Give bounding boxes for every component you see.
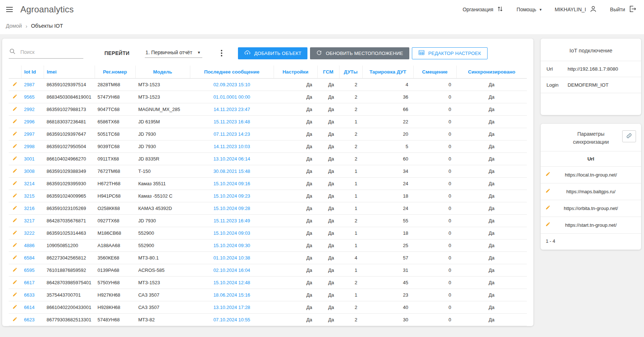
column-header[interactable]: Рег.номер: [95, 66, 135, 79]
update-location-button[interactable]: ОБНОВИТЬ МЕСТОПОЛОЖЕНИЕ: [310, 47, 409, 59]
column-header[interactable]: ГСМ: [317, 66, 339, 79]
edit-row-button[interactable]: [9, 277, 21, 289]
cell-iot-id[interactable]: 3217: [21, 215, 44, 227]
logout-button[interactable]: Выйти: [610, 5, 637, 14]
cell-gsm: Да: [317, 190, 339, 202]
cell-iot-id[interactable]: 2997: [21, 128, 44, 140]
edit-row-button[interactable]: [9, 103, 21, 116]
cell-iot-id[interactable]: 6595: [21, 264, 44, 277]
cloud-upload-icon: [244, 49, 251, 57]
cell-iot-id[interactable]: 6623: [21, 314, 44, 326]
cell-last-message[interactable]: 15.11.2023 16:48: [190, 116, 274, 128]
cell-settings: Да: [274, 190, 317, 202]
edit-row-button[interactable]: [9, 215, 21, 227]
column-header[interactable]: Настройки: [274, 66, 317, 79]
cell-iot-id[interactable]: 3008: [21, 165, 44, 178]
column-header[interactable]: Тарировка ДУТ: [362, 66, 413, 79]
menu-icon[interactable]: [5, 5, 14, 14]
edit-url-button[interactable]: [545, 188, 550, 194]
cell-last-message[interactable]: 15.10.2024 09:16: [190, 178, 274, 190]
column-header[interactable]: Последнее сообщение: [190, 66, 274, 79]
cell-iot-id[interactable]: 3001: [21, 153, 44, 165]
cell-iot-id[interactable]: 3222: [21, 227, 44, 239]
cell-iot-id[interactable]: 6614: [21, 301, 44, 314]
edit-url-button[interactable]: [545, 205, 550, 211]
cell-model: Камаз 35511: [135, 178, 190, 190]
search-input[interactable]: [20, 49, 83, 55]
edit-row-button[interactable]: [9, 301, 21, 314]
cell-iot-id[interactable]: 3216: [21, 202, 44, 215]
cell-iot-id[interactable]: 6584: [21, 252, 44, 264]
iot-objects-card: ПЕРЕЙТИ 1. Первичный отчёт ▾ ДОБАВИТЬ ОБ…: [2, 39, 533, 326]
cell-iot-id[interactable]: 9565: [21, 91, 44, 103]
cell-last-message[interactable]: 01.10.2024 10:38: [190, 252, 274, 264]
column-header[interactable]: ДУТы: [339, 66, 362, 79]
edit-row-button[interactable]: [9, 239, 21, 252]
cell-last-message[interactable]: 13.10.2024 17:28: [190, 301, 274, 314]
cell-last-message[interactable]: 02.09.2023 15:10: [190, 79, 274, 91]
column-header[interactable]: Модель: [135, 66, 190, 79]
edit-row-button[interactable]: [9, 227, 21, 239]
breadcrumb-home[interactable]: Домой: [6, 23, 22, 29]
link-button[interactable]: [622, 130, 636, 142]
cell-last-message[interactable]: 14.11.2023 10:03: [190, 140, 274, 153]
cell-last-message[interactable]: 14.11.2023 23:47: [190, 103, 274, 116]
sync-url-row: https://orbita.tn-group.net/: [541, 200, 641, 217]
cell-iot-id[interactable]: 3214: [21, 178, 44, 190]
report-select[interactable]: 1. Первичный отчёт ▾: [145, 48, 202, 58]
cell-last-message[interactable]: 01.01.0001 00:00: [190, 91, 274, 103]
edit-row-button[interactable]: [9, 128, 21, 140]
cell-iot-id[interactable]: 2996: [21, 116, 44, 128]
cell-last-message[interactable]: 15.10.2024 12:48: [190, 277, 274, 289]
go-button[interactable]: ПЕРЕЙТИ: [104, 50, 130, 56]
cell-iot-id[interactable]: 2992: [21, 103, 44, 116]
cell-last-message[interactable]: 15.10.2024 09:30: [190, 239, 274, 252]
edit-row-button[interactable]: [9, 190, 21, 202]
cell-last-message[interactable]: 07.10.2024 10:55: [190, 314, 274, 326]
cell-iot-id[interactable]: 3215: [21, 190, 44, 202]
cell-last-message[interactable]: 15.11.2023 16:49: [190, 215, 274, 227]
user-button[interactable]: MIKHAYLIN_I: [554, 5, 597, 14]
kebab-menu-icon[interactable]: [218, 48, 226, 58]
edit-row-button[interactable]: [9, 178, 21, 190]
url-value: http://192.168.1.7:8080: [568, 66, 618, 72]
table-row: 3214863591029395930Н672ТН68Камаз 3551115…: [9, 178, 527, 190]
cell-last-message[interactable]: 15.10.2024 09:28: [190, 202, 274, 215]
cell-iot-id[interactable]: 6633: [21, 289, 44, 301]
cell-last-message[interactable]: 18.06.2024 15:16: [190, 289, 274, 301]
edit-row-button[interactable]: [9, 252, 21, 264]
cell-iot-id[interactable]: 2987: [21, 79, 44, 91]
cell-iot-id[interactable]: 2998: [21, 140, 44, 153]
cell-last-message[interactable]: 15.10.2024 09:23: [190, 190, 274, 202]
cell-settings: Да: [274, 91, 317, 103]
cell-last-message[interactable]: 13.10.2024 06:14: [190, 153, 274, 165]
column-header[interactable]: Imei: [44, 66, 95, 79]
edit-row-button[interactable]: [9, 165, 21, 178]
cell-last-message[interactable]: 07.11.2023 14:23: [190, 128, 274, 140]
help-button[interactable]: Помощь ▾: [517, 7, 542, 12]
add-object-button[interactable]: ДОБАВИТЬ ОБЪЕКТ: [238, 47, 308, 59]
cell-calibration: 22: [362, 116, 413, 128]
edit-row-button[interactable]: [9, 91, 21, 103]
cell-iot-id[interactable]: 4886: [21, 239, 44, 252]
column-header[interactable]: Iot Id: [21, 66, 44, 79]
settings-editor-button[interactable]: РЕДАКТОР НАСТРОЕК: [412, 47, 488, 59]
column-header[interactable]: Синхронизировано: [456, 66, 527, 79]
edit-row-button[interactable]: [9, 289, 21, 301]
edit-row-button[interactable]: [9, 116, 21, 128]
edit-url-button[interactable]: [545, 171, 550, 178]
cell-model: МТЗ-1523: [135, 277, 190, 289]
edit-url-button[interactable]: [545, 222, 550, 228]
edit-row-button[interactable]: [9, 140, 21, 153]
cell-last-message[interactable]: 02.10.2024 16:04: [190, 264, 274, 277]
edit-row-button[interactable]: [9, 314, 21, 326]
cell-last-message[interactable]: 30.08.2021 15:48: [190, 165, 274, 178]
cell-last-message[interactable]: 15.10.2024 09:03: [190, 227, 274, 239]
organization-button[interactable]: Организация: [462, 5, 503, 13]
cell-iot-id[interactable]: 6617: [21, 277, 44, 289]
edit-row-button[interactable]: [9, 79, 21, 91]
edit-row-button[interactable]: [9, 153, 21, 165]
column-header[interactable]: Смещение: [413, 66, 456, 79]
edit-row-button[interactable]: [9, 202, 21, 215]
edit-row-button[interactable]: [9, 264, 21, 277]
